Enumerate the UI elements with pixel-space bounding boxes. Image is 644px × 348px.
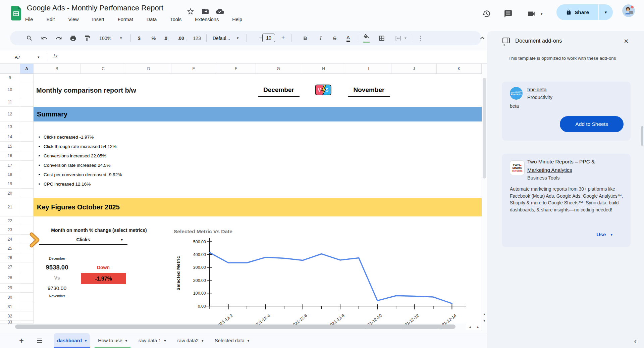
redo-button[interactable] xyxy=(54,31,63,45)
metric-dropdown[interactable]: Clicks ▾ xyxy=(39,235,127,245)
cell-A18[interactable] xyxy=(20,170,34,179)
vs-image[interactable]: V S xyxy=(315,85,331,95)
current-month-cell[interactable]: December xyxy=(258,84,300,97)
zoom-dropdown-icon[interactable]: ▾ xyxy=(120,36,122,40)
summary-bullet[interactable]: •Clicks decreased -1.97% xyxy=(35,132,122,142)
row-header-21[interactable]: 21 xyxy=(0,198,20,216)
collapse-side-icon[interactable]: ‹ xyxy=(630,336,641,347)
change-badge[interactable]: -1.97% xyxy=(81,273,126,284)
summary-bullet[interactable]: •Cost per conversion decreased -9.92% xyxy=(35,170,122,179)
share-button[interactable]: Share ▾ xyxy=(556,4,613,20)
addon-name-link[interactable]: Two Minute Reports – PPC & Marketing Ana… xyxy=(527,158,619,175)
previous-month-label[interactable]: November xyxy=(34,294,80,298)
add-sheet-button[interactable]: + xyxy=(15,333,28,348)
cell-A27[interactable] xyxy=(20,262,34,272)
menu-format[interactable]: Format xyxy=(116,16,135,23)
use-button[interactable]: Use ▾ xyxy=(596,232,612,238)
column-header-B[interactable]: B xyxy=(34,64,80,74)
move-folder-icon[interactable] xyxy=(201,7,209,15)
row-header-23[interactable]: 23 xyxy=(0,225,20,235)
cell-A15[interactable] xyxy=(20,142,34,151)
column-header-A[interactable]: A xyxy=(20,64,34,74)
format-percent-button[interactable]: % xyxy=(149,31,158,45)
bold-button[interactable]: B xyxy=(301,31,310,45)
panel-scrollbar-thumb[interactable] xyxy=(641,126,643,146)
close-panel-icon[interactable]: ✕ xyxy=(621,36,631,46)
row-header-12[interactable]: 12 xyxy=(0,107,20,121)
cell-A29[interactable] xyxy=(20,284,34,293)
all-sheets-icon[interactable] xyxy=(34,333,46,348)
summary-bullet[interactable]: •Conversions increased 22.05% xyxy=(35,151,122,160)
more-toolbar-button[interactable]: ⋮ xyxy=(416,31,425,45)
row-header-30[interactable]: 30 xyxy=(0,293,20,302)
menu-data[interactable]: Data xyxy=(145,16,159,23)
name-box-dropdown-icon[interactable]: ▾ xyxy=(38,55,40,59)
row-header-31[interactable]: 31 xyxy=(0,302,20,311)
merge-dropdown-icon[interactable]: ▾ xyxy=(405,36,407,40)
menu-help[interactable]: Help xyxy=(230,16,244,23)
column-header-C[interactable]: C xyxy=(80,64,126,74)
sheet-tab-how-to-use[interactable]: How to use▾ xyxy=(95,333,130,348)
key-figures-banner[interactable]: Key Figures October 2025 xyxy=(34,198,482,216)
meet-video-icon[interactable] xyxy=(527,9,536,18)
merge-cells-button[interactable] xyxy=(393,31,403,45)
row-header-24[interactable]: 24 xyxy=(0,235,20,244)
row-header-33[interactable]: 33 xyxy=(0,321,20,324)
format-currency-button[interactable]: $ xyxy=(135,31,144,45)
row-header-18[interactable]: 18 xyxy=(0,170,20,179)
decrease-decimals-button[interactable]: .0← xyxy=(162,31,172,45)
row-header-28[interactable]: 28 xyxy=(0,272,20,284)
summary-bullet[interactable]: •Click through rate increased 54.12% xyxy=(35,142,122,151)
row-header-26[interactable]: 26 xyxy=(0,253,20,262)
menu-extensions[interactable]: Extensions xyxy=(193,16,220,23)
current-month-label[interactable]: December xyxy=(34,256,80,260)
cell-A12[interactable] xyxy=(20,107,34,121)
column-header-D[interactable]: D xyxy=(126,64,171,74)
column-header-I[interactable]: I xyxy=(346,64,391,74)
row-header-17[interactable]: 17 xyxy=(0,161,20,170)
increase-font-size-button[interactable]: + xyxy=(278,31,288,45)
addon-name-link[interactable]: tmr-beta xyxy=(527,86,552,94)
italic-button[interactable]: I xyxy=(316,31,325,45)
menu-edit[interactable]: Edit xyxy=(45,16,56,23)
cell-A21[interactable] xyxy=(20,198,34,216)
row-header-10[interactable]: 10 xyxy=(0,82,20,97)
cell-A9[interactable] xyxy=(20,74,34,82)
select-all-corner[interactable] xyxy=(0,64,20,74)
cloud-saved-icon[interactable] xyxy=(216,7,224,15)
row-header-25[interactable]: 25 xyxy=(0,244,20,253)
row-header-14[interactable]: 14 xyxy=(0,132,20,142)
print-button[interactable] xyxy=(68,31,78,45)
cell-A16[interactable] xyxy=(20,151,34,161)
sheet-tab-raw-data-1[interactable]: raw data 1▾ xyxy=(135,333,169,348)
column-header-G[interactable]: G xyxy=(256,64,301,74)
strikethrough-button[interactable]: S xyxy=(330,31,339,45)
scroll-up-icon[interactable]: ▴ xyxy=(482,311,487,317)
previous-month-cell[interactable]: November xyxy=(348,84,390,97)
horizontal-scrollbar-thumb[interactable] xyxy=(15,325,455,329)
previous-value[interactable]: 9730.00 xyxy=(34,285,80,291)
more-formats-button[interactable]: 123 xyxy=(192,31,202,45)
vertical-scrollbar-thumb[interactable] xyxy=(483,78,486,179)
cell-A32[interactable] xyxy=(20,311,34,321)
cell-A31[interactable] xyxy=(20,302,34,311)
scroll-left-icon[interactable]: ◂ xyxy=(466,324,474,330)
menu-tools[interactable]: Tools xyxy=(168,16,183,23)
borders-button[interactable] xyxy=(377,31,386,45)
paint-format-button[interactable] xyxy=(83,31,92,45)
column-header-K[interactable]: K xyxy=(437,64,482,74)
row-header-15[interactable]: 15 xyxy=(0,142,20,151)
row-header-9[interactable]: 9 xyxy=(0,74,20,82)
cell-A11[interactable] xyxy=(20,97,34,107)
zoom-select[interactable]: 100% xyxy=(95,31,116,45)
add-to-sheets-button[interactable]: Add to Sheets xyxy=(560,116,624,132)
cell-A33[interactable] xyxy=(20,321,34,324)
avatar[interactable] xyxy=(622,4,635,17)
name-box[interactable]: A7 xyxy=(10,50,39,64)
cell-A20[interactable] xyxy=(20,189,34,198)
row-header-13[interactable]: 13 xyxy=(0,121,20,132)
cell-A22[interactable] xyxy=(20,216,34,225)
share-dropdown-icon[interactable]: ▾ xyxy=(599,10,613,15)
scroll-down-icon[interactable]: ▾ xyxy=(482,317,487,324)
sheet-tab-selected-data[interactable]: Selected data▾ xyxy=(211,333,253,348)
